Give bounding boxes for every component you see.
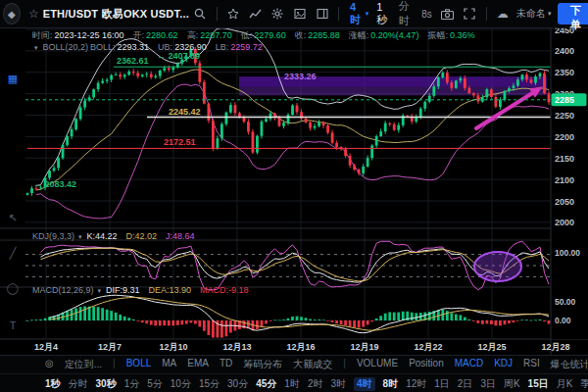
timeframe-1h[interactable]: 1时 — [284, 377, 300, 391]
alerts-icon[interactable] — [226, 6, 239, 22]
text-token: 开: — [133, 29, 145, 42]
timeframe-1q[interactable]: 季K — [580, 377, 588, 391]
trading-app: { "topbar": { "favorite_icon": "☆", "sym… — [0, 0, 588, 392]
svg-text:12月10: 12月10 — [159, 342, 187, 352]
drawing-toolbar: ▦↖╱◯Tƒ — [0, 27, 25, 355]
cursor-tool-icon[interactable]: ↖ — [0, 212, 25, 224]
divider — [338, 7, 339, 21]
boll-indicator-label[interactable]: BOLL(20,2) — [43, 42, 89, 52]
timeframe-quick-line[interactable]: 分时 — [399, 0, 416, 28]
chevron-down-icon[interactable]: ▾ — [366, 10, 369, 18]
indicator-td[interactable]: TD — [220, 358, 232, 371]
text-token: 时间: — [32, 29, 53, 42]
timeframe-10m[interactable]: 10分 — [171, 377, 191, 391]
settings-gear-icon[interactable] — [271, 6, 284, 22]
timeframe-1w[interactable]: 周K — [504, 377, 520, 391]
favorite-star-icon[interactable]: ☆ — [28, 7, 39, 21]
timeframe-1mo[interactable]: 月K — [557, 377, 573, 391]
trendline-tool-icon[interactable]: ╱ — [0, 247, 25, 260]
indicator-chip-distribution[interactable]: 筹码分布 — [243, 358, 282, 371]
text-token: MACD:-9.18 — [200, 285, 249, 295]
indicator-macd[interactable]: MACD — [455, 358, 483, 371]
collapse-macd-icon[interactable]: ▾ — [98, 287, 102, 295]
chevron-down-icon[interactable]: ▾ — [548, 10, 552, 18]
collapse-kdj-icon[interactable]: ▾ — [78, 233, 82, 241]
indicator-volume[interactable]: VOLUME — [357, 358, 398, 371]
indicator-kdj[interactable]: KDJ — [494, 358, 513, 371]
timeframe-15d[interactable]: 15日 — [528, 377, 549, 391]
text-token: K:44.22 — [87, 231, 118, 241]
camera-snapshot-icon[interactable] — [441, 6, 454, 22]
timeframe-15m[interactable]: 15分 — [199, 377, 220, 391]
locate-icon[interactable]: ◎ — [45, 358, 54, 371]
date-axis[interactable]: 12月412月712月1012月1312月1612月1912月2212月2512… — [34, 342, 570, 352]
text-token: 2287.70 — [200, 30, 232, 40]
search-icon[interactable] — [194, 6, 207, 22]
svg-text:2150: 2150 — [555, 154, 574, 164]
chart-type-tool-icon[interactable]: ▦ — [0, 73, 25, 85]
text-token: 涨幅: — [349, 29, 369, 42]
indicator-boll[interactable]: BOLL — [126, 358, 152, 371]
svg-text:2333.26: 2333.26 — [284, 72, 317, 81]
timeframe-2h[interactable]: 2时 — [308, 377, 323, 391]
price-axis[interactable]: 2450240023502300225022002150210020502000… — [551, 25, 588, 356]
text-token: 2023-12-25 16:00 — [55, 30, 124, 40]
timeframe-line[interactable]: 分时 — [69, 377, 88, 391]
kdj-circle-annotation — [474, 252, 521, 281]
indicator-ma[interactable]: MA — [162, 358, 176, 371]
indicator-rsi[interactable]: RSI — [523, 358, 540, 371]
cloud-save-icon[interactable]: ☁ — [496, 6, 509, 22]
candle-countdown: 8s — [421, 9, 432, 20]
timeframe-5m[interactable]: 5分 — [147, 377, 163, 391]
indicator-position[interactable]: Position — [409, 358, 444, 371]
price-chart-canvas[interactable]: 2333.262362.612245.422172.51← 2407.39← 2… — [0, 0, 588, 392]
shape-tool-icon[interactable]: ◯ — [0, 282, 25, 295]
text-token: 0.20%(4.47) — [370, 30, 418, 40]
kdj-legend-row: KDJ(9,3,3)▾K:44.22D:42.02J:48.64 — [32, 231, 204, 241]
collapse-boll-icon[interactable]: ▾ — [34, 44, 38, 52]
text-token: 振幅: — [427, 29, 448, 42]
text-token: 2280.62 — [146, 30, 178, 40]
timeframe-8h[interactable]: 8时 — [383, 377, 399, 391]
export-image-icon[interactable] — [294, 6, 307, 22]
indicator-large-trades[interactable]: 大额成交 — [293, 358, 332, 371]
timeframe-1s[interactable]: 1秒 — [45, 377, 61, 391]
symbol-title[interactable]: ETH/USDT 欧易OKX USDT... — [43, 7, 189, 22]
fullscreen-icon[interactable] — [464, 6, 476, 22]
timeframe-1m[interactable]: 1分 — [124, 377, 140, 391]
svg-text:100.00: 100.00 — [555, 248, 580, 258]
timeframe-30s[interactable]: 30秒 — [96, 377, 117, 391]
timeframe-4h[interactable]: 4时 — [354, 377, 375, 391]
kdj-indicator-label[interactable]: KDJ(9,3,3) — [32, 231, 74, 241]
timeframe-45m[interactable]: 45分 — [256, 377, 276, 391]
svg-text:2000: 2000 — [555, 218, 574, 227]
svg-text:12月13: 12月13 — [222, 342, 251, 352]
indicator-ema[interactable]: EMA — [187, 358, 209, 371]
text-token: DEA:13.90 — [149, 285, 192, 295]
timeframe-3h[interactable]: 3时 — [330, 377, 346, 391]
timeframe-3d[interactable]: 3日 — [480, 377, 496, 391]
indicator-liquidations[interactable]: 爆仓统计 — [551, 358, 588, 371]
layout-name[interactable]: 未命名 — [516, 7, 546, 21]
text-token: DIF:9.31 — [106, 285, 140, 295]
timeframe-quick-1s[interactable]: 1秒 — [376, 1, 390, 27]
timeframe-12h[interactable]: 12时 — [406, 377, 426, 391]
supply-zone-annotation[interactable]: 2333.26 — [239, 72, 547, 95]
timeframe-selected[interactable]: 4时 — [350, 1, 364, 27]
macd-legend-row: MACD(12,26,9)▾DIF:9.31DEA:13.90MACD:-9.1… — [32, 285, 258, 295]
text-token: BOLL: — [90, 42, 116, 52]
locate-button[interactable]: 定位到... — [65, 358, 102, 371]
top-toolbar: ◆ ☆ ETH/USDT 欧易OKX USDT... 4时 ▾ 1秒 分时 8s… — [0, 0, 588, 28]
text-token: J:48.64 — [166, 231, 195, 241]
text-tool-icon[interactable]: T — [0, 319, 25, 331]
indicators-icon[interactable] — [249, 6, 262, 22]
timeframe-2d[interactable]: 2日 — [458, 377, 473, 391]
macd-pane — [25, 295, 551, 337]
svg-text:2285: 2285 — [555, 95, 574, 105]
timeframe-30m[interactable]: 30分 — [227, 377, 248, 391]
timeframe-1d[interactable]: 1日 — [434, 377, 450, 391]
panel-layout-icon[interactable] — [317, 6, 329, 22]
macd-indicator-label[interactable]: MACD(12,26,9) — [32, 285, 94, 295]
app-logo[interactable]: ◆ — [3, 3, 21, 24]
place-order-button[interactable]: 下单 — [558, 3, 588, 24]
